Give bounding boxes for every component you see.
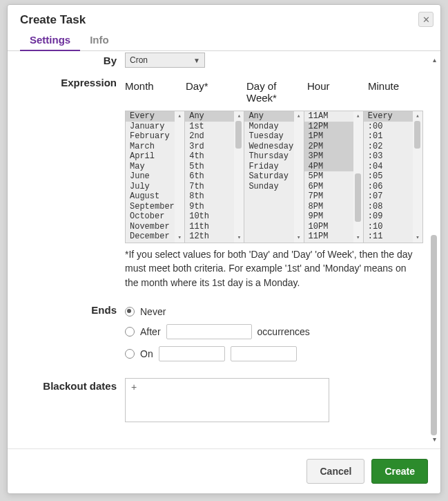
list-item[interactable]: Thursday [244, 151, 293, 162]
list-item[interactable]: 1st [185, 122, 234, 132]
list-item[interactable]: :09 [364, 211, 413, 222]
list-item[interactable]: 11PM [304, 231, 353, 242]
scroll-down-icon[interactable]: ▾ [429, 435, 439, 444]
scroll-down-icon[interactable]: ▾ [294, 233, 304, 243]
list-item[interactable]: 10PM [304, 222, 353, 232]
list-item[interactable]: :02 [364, 142, 413, 152]
list-item[interactable]: :08 [364, 202, 413, 212]
list-item[interactable]: April [126, 151, 175, 162]
listbox-dow[interactable]: AnyMondayTuesdayWednesdayThursdayFridayS… [244, 111, 304, 243]
list-item[interactable]: June [126, 171, 175, 182]
ends-after-prefix: After [140, 326, 161, 337]
scroll-down-icon[interactable]: ▾ [175, 233, 184, 243]
scroll-down-icon[interactable]: ▾ [353, 233, 363, 243]
list-item[interactable]: 6PM [304, 182, 353, 192]
list-item[interactable]: 6th [185, 171, 234, 182]
ends-after-input[interactable] [166, 324, 252, 339]
list-item[interactable]: :06 [364, 182, 413, 192]
list-item[interactable]: Any [185, 111, 234, 122]
list-item[interactable]: Every [364, 111, 413, 122]
list-item[interactable]: Wednesday [244, 142, 293, 152]
list-item[interactable]: :10 [364, 222, 413, 232]
list-item[interactable]: 2nd [185, 131, 234, 142]
ends-after-radio[interactable] [125, 327, 135, 337]
list-item[interactable]: :07 [364, 191, 413, 202]
ends-on-label: On [140, 348, 153, 359]
list-item[interactable]: February [126, 131, 175, 142]
list-item[interactable]: December [126, 231, 175, 242]
list-item[interactable]: :03 [364, 151, 413, 162]
list-item[interactable]: 11th [185, 222, 234, 232]
list-item[interactable]: Friday [244, 162, 293, 172]
list-item[interactable]: Sunday [244, 182, 293, 192]
blackout-add-icon[interactable]: + [131, 381, 137, 393]
list-item[interactable]: 8PM [304, 202, 353, 212]
by-select[interactable]: Cron ▼ [125, 53, 205, 68]
list-item[interactable]: 9th [185, 202, 234, 212]
list-item[interactable]: July [126, 182, 175, 192]
list-item[interactable]: 5th [185, 162, 234, 172]
header-month: Month [125, 80, 183, 104]
list-item[interactable]: August [126, 191, 175, 202]
list-item[interactable]: :00 [364, 122, 413, 132]
ends-never-radio[interactable] [125, 307, 135, 316]
close-icon: ✕ [422, 15, 430, 25]
listbox-month[interactable]: EveryJanuaryFebruaryMarchAprilMayJuneJul… [126, 111, 185, 243]
list-item[interactable]: 3rd [185, 142, 234, 152]
list-item[interactable]: :01 [364, 131, 413, 142]
list-item[interactable]: Every [126, 111, 175, 122]
by-select-value: Cron [130, 55, 148, 65]
list-item[interactable]: 7PM [304, 191, 353, 202]
list-item[interactable]: 5PM [304, 171, 353, 182]
list-item[interactable]: 4PM [304, 162, 353, 172]
ends-on-date-input[interactable] [159, 346, 225, 361]
list-item[interactable]: 11AM [304, 111, 353, 122]
tab-info[interactable]: Info [80, 31, 119, 51]
list-item[interactable]: March [126, 142, 175, 152]
list-item[interactable]: Monday [244, 122, 293, 132]
list-item[interactable]: 4th [185, 151, 234, 162]
close-button[interactable]: ✕ [418, 12, 434, 27]
scroll-up-icon[interactable]: ▴ [413, 111, 422, 121]
list-item[interactable]: Saturday [244, 171, 293, 182]
cancel-button[interactable]: Cancel [306, 459, 364, 484]
scroll-down-icon[interactable]: ▾ [413, 233, 422, 243]
scroll-up-icon[interactable]: ▴ [429, 55, 439, 65]
dialog-scrollbar[interactable]: ▴ ▾ [429, 55, 439, 444]
listbox-hour[interactable]: 11AM12PM1PM2PM3PM4PM5PM6PM7PM8PM9PM10PM1… [304, 111, 364, 243]
ends-label: Ends [8, 302, 125, 368]
list-item[interactable]: 10th [185, 211, 234, 222]
scroll-up-icon[interactable]: ▴ [294, 111, 304, 121]
list-item[interactable]: 8th [185, 191, 234, 202]
list-item[interactable]: 9PM [304, 211, 353, 222]
list-item[interactable]: January [126, 122, 175, 132]
list-item[interactable]: May [126, 162, 175, 172]
list-item[interactable]: :05 [364, 171, 413, 182]
list-item[interactable]: Any [244, 111, 293, 122]
list-item[interactable]: 1PM [304, 131, 353, 142]
listbox-minute[interactable]: Every:00:01:02:03:04:05:06:07:08:09:10:1… [364, 111, 422, 243]
scroll-up-icon[interactable]: ▴ [175, 111, 184, 121]
scroll-up-icon[interactable]: ▴ [353, 111, 363, 121]
list-item[interactable]: Tuesday [244, 131, 293, 142]
list-item[interactable]: November [126, 222, 175, 232]
list-item[interactable]: 7th [185, 182, 234, 192]
scrollbar-thumb[interactable] [431, 235, 437, 435]
tab-settings[interactable]: Settings [20, 31, 80, 51]
list-item[interactable]: :11 [364, 231, 413, 242]
create-button[interactable]: Create [371, 459, 428, 484]
list-item[interactable]: 12PM [304, 122, 353, 132]
ends-on-time-input[interactable] [231, 346, 297, 361]
list-item[interactable]: October [126, 211, 175, 222]
listbox-day[interactable]: Any1st2nd3rd4th5th6th7th8th9th10th11th12… [185, 111, 244, 243]
list-item[interactable]: 12th [185, 231, 234, 242]
list-item[interactable]: 2PM [304, 142, 353, 152]
list-item[interactable]: :04 [364, 162, 413, 172]
scroll-up-icon[interactable]: ▴ [234, 111, 244, 121]
list-item[interactable]: 3PM [304, 151, 353, 162]
dialog-body: By Cron ▼ Expression Month Day* Day ofWe… [8, 51, 440, 448]
scroll-down-icon[interactable]: ▾ [234, 233, 244, 243]
list-item[interactable]: September [126, 202, 175, 212]
blackout-dates-box[interactable]: + [125, 378, 329, 422]
ends-on-radio[interactable] [125, 349, 135, 359]
